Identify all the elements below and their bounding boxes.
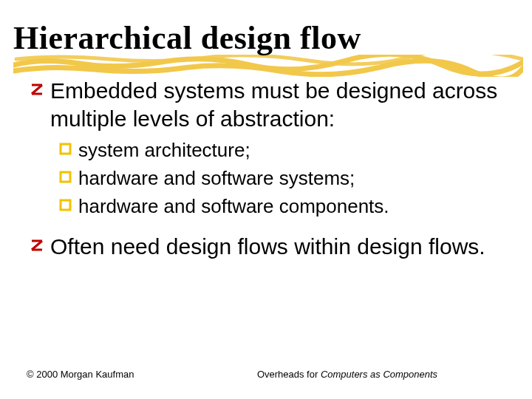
title-underline (13, 55, 523, 77)
svg-line-1 (32, 85, 42, 94)
bullet-level2: hardware and software systems; (59, 166, 505, 191)
svg-rect-3 (61, 144, 70, 154)
bullet-text: system architecture; (78, 138, 250, 163)
square-bullet-icon (59, 143, 72, 156)
sublist: system architecture; hardware and softwa… (30, 138, 505, 219)
bullet-text: hardware and software systems; (78, 166, 355, 191)
square-bullet-icon (59, 171, 72, 184)
footer-copyright: © 2000 Morgan Kaufman (27, 369, 189, 381)
slide: Hierarchical design flow Embedded system… (0, 0, 532, 399)
footer-center-prefix: Overheads for (257, 369, 321, 380)
bullet-text: Often need design flows within design fl… (50, 233, 485, 261)
svg-rect-4 (61, 172, 70, 182)
slide-footer: © 2000 Morgan Kaufman Overheads for Comp… (27, 369, 505, 381)
bullet-level2: system architecture; (59, 138, 505, 163)
bullet-text: Embedded systems must be designed across… (50, 77, 505, 132)
z-bullet-icon (30, 81, 46, 98)
svg-rect-5 (61, 200, 70, 210)
title-block: Hierarchical design flow (9, 21, 505, 56)
bullet-text: hardware and software components. (78, 194, 389, 219)
svg-line-7 (32, 241, 42, 250)
footer-center: Overheads for Computers as Components (189, 369, 505, 381)
slide-title: Hierarchical design flow (13, 21, 505, 56)
bullet-level1: Often need design flows within design fl… (30, 233, 505, 261)
bullet-level1: Embedded systems must be designed across… (30, 77, 505, 132)
z-bullet-icon (30, 237, 46, 253)
footer-center-italic: Computers as Components (321, 369, 437, 380)
square-bullet-icon (59, 199, 72, 212)
bullet-level2: hardware and software components. (59, 194, 505, 219)
slide-content: Embedded systems must be designed across… (9, 77, 505, 260)
